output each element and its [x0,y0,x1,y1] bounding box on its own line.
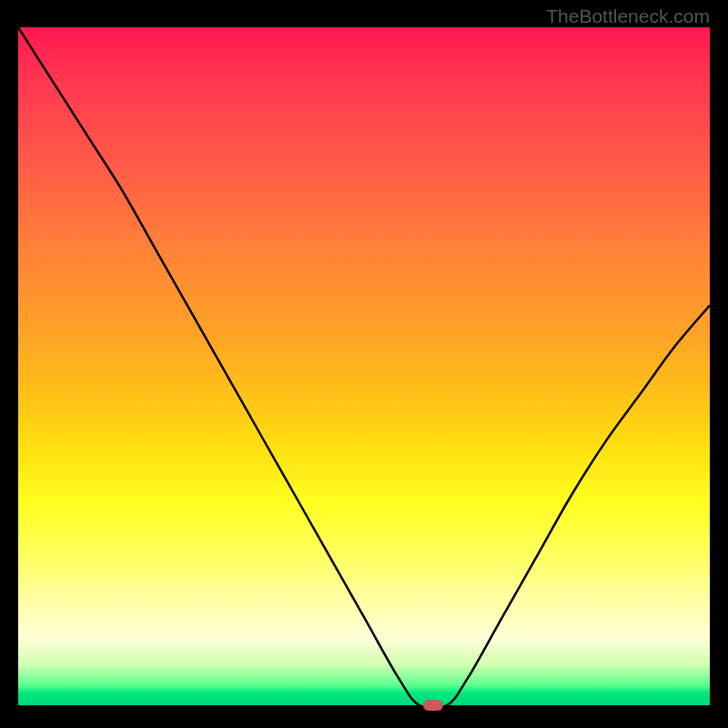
bottleneck-curve [18,27,710,705]
chart-plot-area [18,27,710,705]
watermark-text: TheBottleneck.com [546,5,710,27]
optimum-marker [423,700,443,711]
